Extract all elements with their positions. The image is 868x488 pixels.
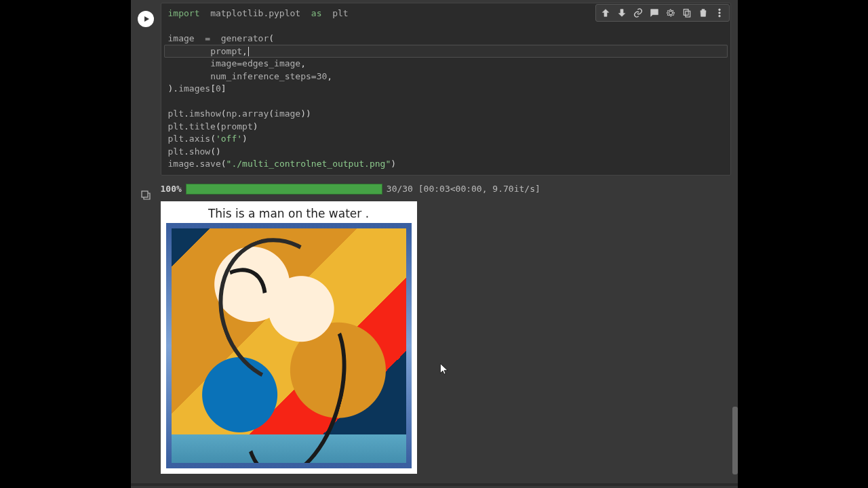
progress-bar <box>186 184 382 195</box>
output-gutter <box>131 184 161 474</box>
code-cell: import matplotlib.pyplot as plt image = … <box>131 0 738 474</box>
cell-gutter <box>131 3 161 27</box>
svg-point-3 <box>718 12 720 14</box>
more-icon[interactable] <box>713 6 726 20</box>
svg-point-2 <box>718 9 720 11</box>
figure-title: This is a man on the water . <box>166 207 412 220</box>
cell-toolbar <box>595 4 730 22</box>
matplotlib-figure: This is a man on the water . <box>161 201 417 474</box>
progress-percent: 100% <box>161 184 182 194</box>
run-button[interactable] <box>138 11 154 27</box>
gear-icon[interactable] <box>664 6 677 20</box>
scrollbar-thumb[interactable] <box>732 407 738 474</box>
scrollbar[interactable] <box>731 0 738 481</box>
progress-stats: 30/30 [00:03<00:00, 9.70it/s] <box>387 184 540 194</box>
comment-icon[interactable] <box>648 6 661 20</box>
move-up-icon[interactable] <box>599 6 612 20</box>
svg-point-4 <box>718 15 720 17</box>
notebook: import matplotlib.pyplot as plt image = … <box>131 0 738 488</box>
move-down-icon[interactable] <box>615 6 629 20</box>
code-editor[interactable]: import matplotlib.pyplot as plt image = … <box>161 3 731 176</box>
svg-rect-0 <box>684 9 688 16</box>
svg-rect-1 <box>686 11 690 17</box>
next-cell-edge <box>131 483 738 486</box>
output-collapse-icon[interactable] <box>140 189 152 474</box>
progress-row: 100% 30/30 [00:03<00:00, 9.70it/s] <box>161 184 731 195</box>
svg-rect-5 <box>142 191 148 197</box>
figure-image <box>166 223 412 468</box>
cell-output: 100% 30/30 [00:03<00:00, 9.70it/s] This … <box>131 184 738 474</box>
link-icon[interactable] <box>631 6 645 20</box>
mirror-icon[interactable] <box>680 6 694 20</box>
delete-icon[interactable] <box>696 6 710 20</box>
